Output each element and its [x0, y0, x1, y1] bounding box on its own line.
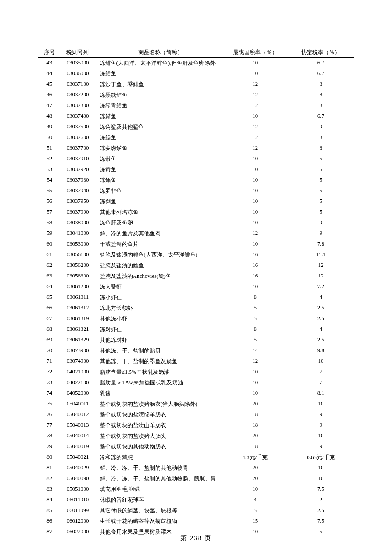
table-row: 4303035000冻鲱鱼(大西洋、太平洋鲱鱼),但鱼肝及鱼卵除外106.7 [38, 58, 354, 69]
cell-mfn: 5 [222, 303, 288, 313]
cell-code: 06011010 [60, 494, 95, 505]
cell-code: 03061321 [60, 324, 95, 335]
cell-seq: 83 [38, 484, 60, 494]
cell-agr: 8 [288, 132, 354, 143]
cell-agr: 10 [288, 356, 354, 367]
header-seq: 序号 [38, 47, 60, 58]
cell-name: 冻鳕鱼 [95, 68, 222, 79]
cell-mfn: 10 [222, 281, 288, 292]
cell-name: 整个或切块的其他动物肠衣 [95, 441, 222, 452]
cell-name: 其他冻、干、盐制的贻贝 [95, 345, 222, 356]
table-row: 6403061200冻大螯虾107.2 [38, 281, 354, 292]
cell-name: 整个或切块的盐渍猪大肠头 [95, 431, 222, 441]
cell-name: 其他冻对虾 [95, 335, 222, 345]
cell-mfn: 12 [222, 356, 288, 367]
cell-agr: 10 [288, 462, 354, 473]
cell-name: 冻鱼肝及鱼卵 [95, 217, 222, 228]
table-body: 4303035000冻鲱鱼(大西洋、太平洋鲱鱼),但鱼肝及鱼卵除外106.744… [38, 58, 354, 538]
cell-name: 填充用羽毛;羽绒 [95, 484, 222, 494]
cell-seq: 48 [38, 111, 60, 121]
cell-agr: 8 [288, 100, 354, 111]
cell-seq: 44 [38, 68, 60, 79]
cell-seq: 60 [38, 239, 60, 249]
cell-code: 03041000 [60, 228, 95, 239]
cell-name: 其它休眠的鳞茎、块茎、块根等 [95, 505, 222, 516]
cell-name: 脂肪含量≤1.5%固状乳及奶油 [95, 367, 222, 377]
cell-seq: 58 [38, 217, 60, 228]
cell-seq: 46 [38, 90, 60, 100]
cell-mfn: 10 [222, 367, 288, 377]
cell-seq: 70 [38, 345, 60, 356]
header-name: 商品名称（简称） [95, 47, 222, 58]
cell-name: 冻对虾仁 [95, 324, 222, 335]
table-row: 7505040011整个或切块的盐渍猪肠衣(猪大肠头除外)2010 [38, 399, 354, 409]
cell-mfn: 12 [222, 90, 288, 100]
cell-code: 03037990 [60, 207, 95, 217]
cell-code: 03037200 [60, 90, 95, 100]
cell-mfn: 10 [222, 58, 288, 69]
cell-agr: 10 [288, 473, 354, 484]
cell-seq: 75 [38, 399, 60, 409]
cell-seq: 50 [38, 132, 60, 143]
cell-code: 03056100 [60, 249, 95, 260]
table-row: 7204021000脂肪含量≤1.5%固状乳及奶油107 [38, 367, 354, 377]
cell-mfn: 10 [222, 68, 288, 79]
cell-agr: 0.65元/千克 [288, 452, 354, 462]
cell-code: 05051000 [60, 484, 95, 494]
cell-agr: 2 [288, 494, 354, 505]
cell-agr: 8 [288, 143, 354, 153]
cell-seq: 56 [38, 196, 60, 207]
table-row: 6003053000干或盐制的鱼片107.8 [38, 239, 354, 249]
cell-agr: 5 [288, 153, 354, 164]
cell-agr: 9 [288, 228, 354, 239]
cell-mfn: 12 [222, 132, 288, 143]
cell-name: 冻黑线鳕鱼 [95, 90, 222, 100]
cell-name: 冻鳗鱼 [95, 132, 222, 143]
cell-seq: 43 [38, 58, 60, 69]
table-row: 5103037700冻尖吻鲈鱼128 [38, 143, 354, 153]
cell-mfn: 18 [222, 420, 288, 431]
table-row: 7705040013整个或切块的盐渍山羊肠衣189 [38, 420, 354, 431]
cell-agr: 9 [288, 441, 354, 452]
cell-agr: 5 [288, 185, 354, 196]
cell-code: 03037300 [60, 100, 95, 111]
table-row: 8305051000填充用羽毛;羽绒107.5 [38, 484, 354, 494]
cell-code: 03037940 [60, 185, 95, 196]
cell-agr: 4 [288, 292, 354, 303]
cell-code: 03053000 [60, 239, 95, 249]
cell-agr: 9 [288, 420, 354, 431]
cell-name: 整个或切块的盐渍猪肠衣(猪大肠头除外) [95, 399, 222, 409]
table-row: 5403037930冻鲳鱼105 [38, 175, 354, 185]
cell-mfn: 4 [222, 494, 288, 505]
cell-seq: 49 [38, 121, 60, 132]
cell-agr: 6.7 [288, 68, 354, 79]
table-row: 8606012000生长或开花的鳞茎等及菊苣植物157.5 [38, 516, 354, 526]
cell-seq: 71 [38, 356, 60, 367]
table-row: 6703061319其他冻小虾52.5 [38, 313, 354, 324]
cell-mfn: 12 [222, 143, 288, 153]
cell-agr: 8 [288, 79, 354, 90]
cell-code: 05040014 [60, 431, 95, 441]
cell-code: 03037700 [60, 143, 95, 153]
cell-seq: 53 [38, 164, 60, 175]
cell-code: 05040021 [60, 452, 95, 462]
cell-seq: 47 [38, 100, 60, 111]
table-row: 8506011099其它休眠的鳞茎、块茎、块根等52.5 [38, 505, 354, 516]
table-header: 序号 税则号列 商品名称（简称） 最惠国税率（％） 协定税率（％） [38, 47, 354, 58]
cell-agr: 9 [288, 217, 354, 228]
page-number: 第 238 页 [0, 534, 392, 542]
cell-code: 03037400 [60, 111, 95, 121]
cell-name: 冻鲭鱼 [95, 111, 222, 121]
cell-seq: 82 [38, 473, 60, 484]
cell-name: 盐腌及盐渍的鳕鱼 [95, 260, 222, 271]
cell-mfn: 5 [222, 505, 288, 516]
table-row: 4803037400冻鲭鱼106.7 [38, 111, 354, 121]
cell-code: 05040019 [60, 441, 95, 452]
cell-agr: 7.2 [288, 281, 354, 292]
cell-mfn: 16 [222, 271, 288, 281]
cell-code: 03061312 [60, 303, 95, 313]
cell-name: 冻小虾仁 [95, 292, 222, 303]
cell-code: 03037600 [60, 132, 95, 143]
cell-seq: 55 [38, 185, 60, 196]
cell-mfn: 20 [222, 473, 288, 484]
